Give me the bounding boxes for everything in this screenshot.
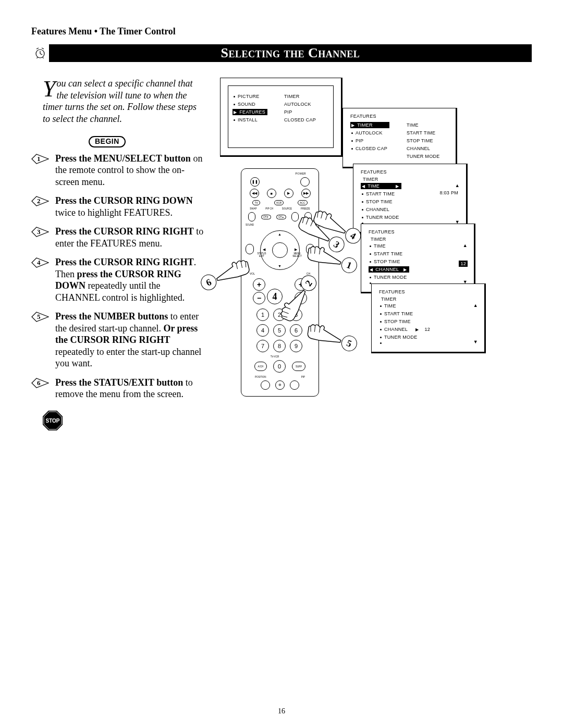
step-bold: Press the NUMBER buttons [55,311,168,322]
content-area: Y ou can select a specific channel that … [31,78,532,484]
osd-timer-channel-edit: FEATURES TIMER TIME START TIME STOP TIME… [361,224,475,293]
remote-control-illustration: POWER ❚❚ ◀◀ ■ ▶ ▶▶ TV VCR [241,168,319,397]
stop-badge: STOP [42,410,204,435]
svg-text:STOP: STOP [45,418,59,424]
num-5-button[interactable]: 5 [273,324,286,337]
svg-text:5: 5 [37,313,41,320]
svg-line-2 [40,54,42,55]
num-0-button[interactable]: 0 [273,360,286,373]
page-title: Selecting the Channel [49,44,532,62]
step-bullet-icon: 4 [31,257,49,271]
num-3-button[interactable]: 3 [290,309,302,321]
pip-button[interactable] [290,380,299,390]
tv-frame: PICTURE SOUND ▶FEATURES INSTALL TIMER AU… [220,78,342,157]
step-bold: Press the CURSOR RING RIGHT [55,257,194,267]
step-bullet-icon: 5 [31,312,49,325]
svg-text:4: 4 [37,258,41,266]
svg-text:3: 3 [37,228,41,236]
ch-dn-button[interactable]: − [295,292,307,304]
svg-text:1: 1 [37,155,41,163]
number-pad: 1 2 3 4 5 6 7 8 9 [246,309,314,352]
svg-line-5 [37,57,38,58]
clock-icon [31,44,49,62]
step-bullet-icon: 3 [31,227,49,240]
cursor-ring[interactable]: ▲ ▼ ◀ ▶ STATUS EXIT MENU SELECT [260,230,300,270]
tv-mode-button[interactable]: TV [252,200,260,205]
step-4: 4 Press the CURSOR RING RIGHT. Then pres… [43,256,204,303]
ch-up-button[interactable]: + [295,278,307,291]
position-button[interactable] [261,380,270,390]
title-bar: Selecting the Channel [31,44,532,62]
step-bullet-icon: 1 [31,154,49,167]
osd-timer-channel-set: FEATURES TIMER TIME START TIME STOP TIME… [371,283,486,353]
menu-main-left: PICTURE SOUND ▶FEATURES INSTALL [232,93,267,123]
source-button[interactable] [291,212,299,221]
step-bullet-icon: 6 [31,378,49,391]
vol-up-button[interactable]: + [253,278,265,291]
picture-button[interactable] [306,244,314,254]
stop-button[interactable]: ■ [267,189,276,198]
menu-main-right: TIMER AUTOLOCK PIP CLOSED CAP [283,93,318,123]
num-8-button[interactable]: 8 [273,340,286,352]
vcr-mode-button[interactable]: VCR [274,200,284,205]
step-3: 3 Press the CURSOR RING RIGHT to enter t… [43,226,204,249]
pause-button[interactable]: ❚❚ [250,177,260,187]
pip-ch-up-button[interactable]: CH▲ [276,215,286,219]
svg-line-6 [43,57,44,58]
num-9-button[interactable]: 9 [290,340,302,352]
dropcap: Y [43,78,56,98]
begin-badge: BEGIN [89,136,126,147]
ff-button[interactable]: ▶▶ [301,189,311,198]
step-1: 1 Press the MENU/SELECT but­ton on the r… [43,153,204,188]
step-bold: Press the STATUS/EXIT button [55,377,183,388]
intro-paragraph: Y ou can select a specific channel that … [43,78,204,125]
ach-button[interactable]: A/CH [254,362,267,371]
swap-button[interactable] [248,212,255,221]
svg-text:2: 2 [37,197,41,205]
page-number: 16 [0,707,563,715]
power-button[interactable] [300,177,310,187]
breadcrumb: Features Menu • The Timer Control [31,26,532,37]
step-bullet-icon: 2 [31,196,49,209]
acc-mode-button[interactable]: ACC [298,200,308,205]
steps-list: 1 Press the MENU/SELECT but­ton on the r… [43,153,204,400]
osd-timer-time: FEATURES TIMER ◀TIME▶ START TIME STOP TI… [353,164,468,233]
svg-line-3 [36,48,39,49]
step-6: 6 Press the STATUS/EXIT button to remove… [43,377,204,400]
step-bold: Press the CURSOR RING DOWN [55,195,193,206]
manual-page: Features Menu • The Timer Control Select… [0,0,563,728]
sound-button[interactable] [246,244,254,254]
step-2: 2 Press the CURSOR RING DOWN twice to hi… [43,195,204,218]
num-2-button[interactable]: 2 [273,309,286,321]
step-text: repeatedly to enter the start-up channel… [55,347,201,369]
play-button[interactable]: ▶ [284,189,293,198]
step-text: twice to highlight FEA­TURES. [55,207,173,218]
num-6-button[interactable]: 6 [290,324,302,337]
step-5: 5 Press the NUMBER buttons to enter the … [43,311,204,369]
pip-center-button[interactable]: ✲ [275,380,285,390]
num-1-button[interactable]: 1 [256,309,269,321]
svg-text:6: 6 [37,379,41,387]
freeze-button[interactable] [304,212,312,221]
num-7-button[interactable]: 7 [256,340,269,352]
svg-line-4 [42,48,44,49]
osd-features: FEATURES ▶TIMER AUTOLOCK PIP CLOSED CAP … [342,108,457,168]
intro-text: ou can select a specific channel that th… [43,78,197,124]
num-4-button[interactable]: 4 [256,324,269,337]
rewind-button[interactable]: ◀◀ [250,189,259,198]
instructions-column: Y ou can select a specific channel that … [31,78,204,484]
surf-button[interactable]: SURF [292,362,305,371]
step-bold: Press the CURSOR RING RIGHT [55,226,194,237]
step-bold: Press the MENU/SELECT but­ton [55,153,191,164]
illustration-column: PICTURE SOUND ▶FEATURES INSTALL TIMER AU… [220,78,532,484]
pip-ch-dn-button[interactable]: CH▼ [261,215,271,219]
vol-dn-button[interactable]: − [253,292,265,304]
